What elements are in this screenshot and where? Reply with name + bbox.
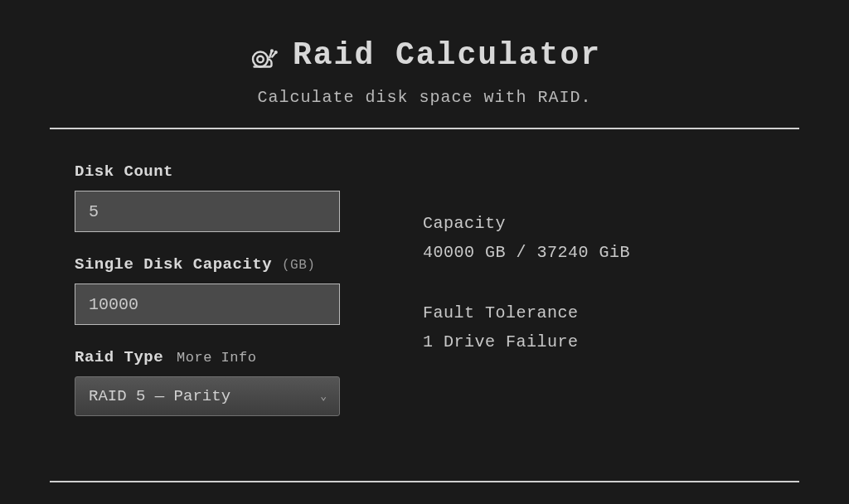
capacity-unit-suffix: (GB) (282, 258, 315, 273)
raid-type-label: Raid Type More Info (75, 348, 357, 366)
capacity-value: 40000 GB / 37240 GiB (423, 243, 774, 262)
divider-bottom (50, 481, 799, 482)
disk-count-input[interactable] (75, 191, 340, 232)
capacity-label: Capacity (423, 214, 774, 233)
disk-count-label: Disk Count (75, 162, 357, 181)
more-info-link[interactable]: More Info (177, 350, 256, 366)
raid-type-select[interactable]: RAID 5 — Parity (75, 376, 340, 416)
header: Raid Calculator Calculate disk space wit… (50, 37, 799, 107)
svg-point-3 (275, 51, 277, 53)
snail-icon (248, 41, 278, 70)
single-disk-capacity-label: Single Disk Capacity (GB) (75, 255, 357, 274)
single-disk-capacity-input[interactable] (75, 284, 340, 325)
fault-tolerance-label: Fault Tolerance (423, 303, 774, 322)
page-subtitle: Calculate disk space with RAID. (50, 88, 799, 107)
svg-point-0 (253, 51, 268, 66)
fault-tolerance-value: 1 Drive Failure (423, 332, 774, 351)
svg-point-1 (257, 56, 264, 62)
svg-point-2 (271, 50, 273, 51)
page-title: Raid Calculator (293, 37, 601, 73)
